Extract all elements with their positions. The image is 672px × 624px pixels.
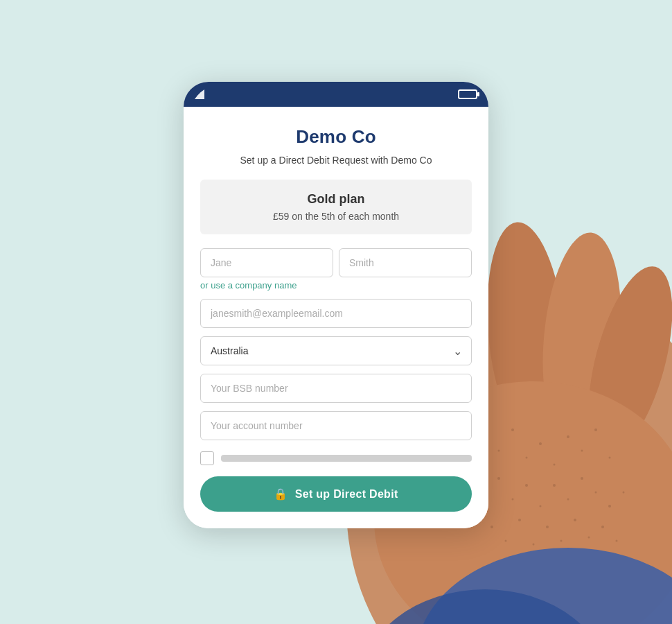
phone-frame: Demo Co Set up a Direct Debit Request wi… (184, 82, 488, 528)
svg-point-14 (581, 450, 583, 452)
app-title: Demo Co (200, 126, 472, 148)
svg-point-23 (553, 484, 556, 487)
battery-icon (458, 89, 477, 99)
terms-label-bar (221, 455, 472, 462)
company-name-link[interactable]: or use a company name (200, 280, 472, 291)
terms-row (200, 451, 472, 465)
svg-point-10 (526, 457, 528, 459)
lock-icon: 🔒 (274, 487, 288, 501)
svg-point-12 (554, 464, 556, 466)
svg-point-30 (505, 540, 507, 542)
plan-price: £59 on the 5th of each month (211, 211, 461, 222)
svg-point-27 (608, 505, 611, 508)
country-select[interactable]: Australia New Zealand United Kingdom Uni… (200, 336, 472, 365)
phone-content: Demo Co Set up a Direct Debit Request wi… (184, 107, 488, 528)
svg-point-38 (616, 540, 618, 542)
plan-name: Gold plan (211, 192, 461, 207)
svg-point-16 (609, 457, 611, 459)
svg-point-8 (498, 450, 500, 452)
plan-box: Gold plan £59 on the 5th of each month (200, 180, 472, 234)
terms-checkbox[interactable] (200, 451, 214, 465)
svg-point-26 (595, 492, 597, 494)
svg-point-37 (601, 526, 604, 528)
svg-point-25 (581, 477, 583, 480)
submit-button[interactable]: 🔒 Set up Direct Debit (200, 476, 472, 512)
svg-point-11 (539, 442, 542, 445)
svg-point-35 (574, 519, 576, 521)
svg-point-33 (546, 526, 549, 528)
signal-icon (195, 89, 204, 99)
svg-point-24 (567, 499, 569, 501)
svg-point-22 (540, 505, 542, 508)
svg-point-15 (594, 428, 597, 431)
first-name-input[interactable] (200, 248, 333, 277)
status-bar-left (195, 89, 204, 99)
name-row (200, 248, 472, 277)
status-bar (184, 82, 488, 107)
svg-point-13 (567, 435, 569, 438)
account-number-input[interactable] (200, 411, 472, 440)
last-name-input[interactable] (339, 248, 472, 277)
svg-point-29 (490, 526, 493, 528)
app-subtitle: Set up a Direct Debit Request with Demo … (200, 155, 472, 166)
svg-point-20 (512, 499, 514, 501)
svg-point-28 (623, 492, 625, 494)
svg-point-36 (588, 537, 590, 539)
form-section: or use a company name Australia New Zeal… (200, 248, 472, 512)
svg-point-34 (560, 540, 563, 542)
svg-point-21 (525, 484, 528, 487)
svg-point-32 (533, 544, 535, 546)
svg-point-9 (511, 428, 514, 431)
svg-point-31 (518, 519, 521, 521)
submit-label: Set up Direct Debit (295, 488, 398, 501)
country-select-wrapper: Australia New Zealand United Kingdom Uni… (200, 336, 472, 365)
email-input[interactable] (200, 299, 472, 328)
bsb-input[interactable] (200, 374, 472, 403)
phone-wrapper: Demo Co Set up a Direct Debit Request wi… (184, 82, 488, 528)
svg-point-19 (497, 477, 500, 480)
